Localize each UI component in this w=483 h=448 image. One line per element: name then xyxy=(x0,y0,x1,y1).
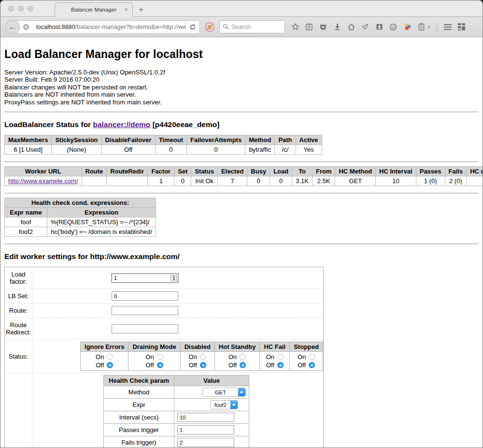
col-path: Path xyxy=(275,135,296,145)
color-picker-icon[interactable] xyxy=(403,23,412,31)
save-page-icon[interactable] xyxy=(375,23,384,31)
cell-hc-method: GET xyxy=(335,176,376,186)
tab-groups-icon[interactable] xyxy=(457,23,466,31)
health-check-spacer xyxy=(5,373,32,448)
menu-hamburger-icon[interactable] xyxy=(443,23,452,31)
forum-smiley-icon[interactable] xyxy=(389,23,398,31)
cell-path: /c/ xyxy=(275,145,296,155)
col-route: Route xyxy=(82,167,107,176)
balancers-note: Balancers are NOT inherited from main se… xyxy=(4,91,479,98)
zoom-window-button[interactable] xyxy=(28,6,33,12)
radio-ignore-errors-on[interactable] xyxy=(107,354,113,360)
form-row-load-factor: Load factor: xyxy=(5,267,324,289)
send-tab-icon[interactable] xyxy=(361,23,369,31)
radio-hot-standby-off[interactable] xyxy=(240,362,246,368)
toolbar-buttons: ▾ xyxy=(291,22,466,32)
hc-row-expr: Expr foof2 xyxy=(104,399,249,411)
reading-list-icon[interactable] xyxy=(305,23,313,31)
col-elected: Elected xyxy=(218,167,247,176)
method-selected-value: GET xyxy=(203,390,238,395)
number-stepper-icon[interactable] xyxy=(170,275,177,281)
chevron-down-icon[interactable]: ▾ xyxy=(428,25,430,29)
col-stickysession: StickySession xyxy=(52,135,101,145)
col-busy: Busy xyxy=(247,167,270,176)
on-label: On xyxy=(298,353,306,361)
col-load: Load xyxy=(270,167,292,176)
url-text[interactable]: localhost:8880/balancer-manager?b=demo&w… xyxy=(36,24,185,30)
pocket-icon[interactable] xyxy=(319,23,327,31)
col-routeredir: RouteRedir xyxy=(107,167,148,176)
search-input[interactable]: Search xyxy=(219,20,285,33)
load-factor-input[interactable] xyxy=(112,274,178,283)
route-redirect-input[interactable] xyxy=(112,324,178,333)
downloads-icon[interactable] xyxy=(333,23,341,31)
new-tab-button[interactable]: + xyxy=(139,5,143,14)
col-failoverattempts: FailoverAttempts xyxy=(186,135,245,145)
form-row-status: Status: Ignore Errors Draining Mode Disa… xyxy=(5,340,324,373)
off-label: Off xyxy=(189,361,197,369)
col-factor: Factor xyxy=(148,167,174,176)
radio-stopped-off[interactable] xyxy=(309,362,315,368)
off-label: Off xyxy=(266,361,274,369)
tab-close-icon[interactable]: × xyxy=(124,6,128,13)
adblock-disabled-icon[interactable] xyxy=(204,22,215,32)
cell-active: Yes xyxy=(296,145,322,155)
col-ignore-errors: Ignore Errors xyxy=(81,342,128,352)
cell-status: Init Ok xyxy=(191,176,218,186)
expr-row: foof2 hc('body') =~ /domain is establish… xyxy=(5,227,156,237)
hc-row-interval: Interval (secs) xyxy=(104,411,249,424)
on-label: On xyxy=(145,353,154,361)
fails-input[interactable] xyxy=(177,438,234,447)
form-row-health-check: Health Check param Value Method GET xyxy=(5,373,324,448)
radio-hc-fail-off[interactable] xyxy=(277,362,284,368)
col-hc-method: HC Method xyxy=(335,167,376,176)
method-select[interactable]: GET xyxy=(202,388,246,397)
interval-input[interactable] xyxy=(177,413,234,422)
globe-icon xyxy=(23,24,29,30)
close-window-button[interactable] xyxy=(8,6,14,12)
tab-balancer-manager[interactable]: Balancer Manager × xyxy=(55,2,133,17)
back-button[interactable]: ← xyxy=(5,20,20,34)
radio-disabled-off[interactable] xyxy=(200,362,206,368)
cell-fails: 2 (0) xyxy=(445,176,467,186)
on-label: On xyxy=(96,353,104,361)
reload-button[interactable] xyxy=(185,21,199,33)
clipboard-extension-icon[interactable] xyxy=(417,23,426,31)
off-label: Off xyxy=(96,361,104,369)
col-hc-param: Health Check param xyxy=(104,376,174,386)
section-divider xyxy=(4,161,479,162)
radio-hc-fail-on[interactable] xyxy=(277,354,284,360)
passes-input[interactable] xyxy=(177,425,234,434)
radio-draining-mode-on[interactable] xyxy=(157,354,163,360)
expr-title-row: Health check cond. expressions: xyxy=(5,198,156,208)
radio-hot-standby-on[interactable] xyxy=(240,354,246,360)
col-status: Status xyxy=(191,167,218,176)
status-label: Status: xyxy=(5,340,32,373)
url-bar[interactable]: localhost:8880/balancer-manager?b=demo&w… xyxy=(13,20,200,34)
col-disablefailover: DisableFailover xyxy=(101,135,155,145)
worker-url-link[interactable]: http://www.example.com/ xyxy=(8,177,78,185)
status-radio-row: On Off On Off On Off xyxy=(81,352,323,371)
col-stopped: Stopped xyxy=(290,342,323,352)
lb-set-input[interactable] xyxy=(112,291,178,301)
radio-ignore-errors-off[interactable] xyxy=(107,362,113,368)
radio-draining-mode-off[interactable] xyxy=(157,362,163,368)
minimize-window-button[interactable] xyxy=(18,6,24,12)
expr-select[interactable]: foof2 xyxy=(210,400,238,409)
cell-passes: 1 (0) xyxy=(416,176,445,186)
health-check-param-table: Health Check param Value Method GET xyxy=(103,375,249,448)
page-title: Load Balancer Manager for localhost xyxy=(4,37,479,61)
edit-worker-form: Load factor: LB Set: Route: Route Redire… xyxy=(4,267,324,448)
server-info: Server Version: Apache/2.5.0-dev (Unix) … xyxy=(4,69,479,106)
balancer-demo-link[interactable]: balancer://demo xyxy=(93,120,150,129)
radio-disabled-on[interactable] xyxy=(200,354,206,360)
bookmark-star-icon[interactable] xyxy=(291,23,299,31)
back-arrow-icon: ← xyxy=(9,22,17,32)
interval-label: Interval (secs) xyxy=(104,411,174,424)
expr-table-title: Health check cond. expressions: xyxy=(5,198,156,208)
search-placeholder: Search xyxy=(231,24,251,30)
radio-stopped-on[interactable] xyxy=(309,354,315,360)
home-icon[interactable] xyxy=(347,23,355,31)
table-header-row: MaxMembers StickySession DisableFailover… xyxy=(5,135,322,145)
route-input[interactable] xyxy=(112,306,178,315)
